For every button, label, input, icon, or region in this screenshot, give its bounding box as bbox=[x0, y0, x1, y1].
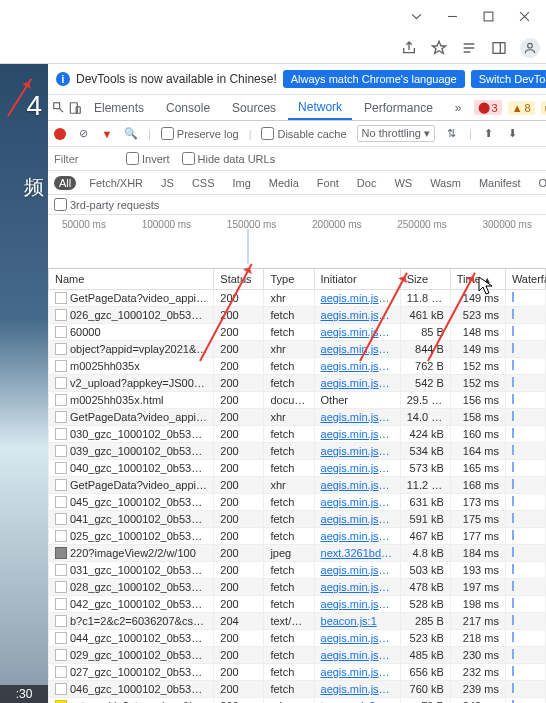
bookmark-star-icon[interactable] bbox=[430, 39, 448, 57]
request-row[interactable]: v2_upload?appkey=JS0081LV3JV6J3200fetcha… bbox=[49, 375, 546, 392]
request-row[interactable]: GetPageData?video_appid=100000...200xhra… bbox=[49, 477, 546, 494]
request-row[interactable]: 030_gzc_1000102_0b53siaaeaaase...200fetc… bbox=[49, 426, 546, 443]
video-badge: 4 bbox=[26, 90, 42, 122]
maximize-button[interactable] bbox=[472, 4, 504, 28]
record-button[interactable] bbox=[54, 128, 66, 140]
network-requests-table: Name Status Type Initiator Size Time▲ Wa… bbox=[48, 269, 546, 703]
request-row[interactable]: 220?imageView2/2/w/100200jpegnext.3261bd… bbox=[49, 545, 546, 562]
tab-sources[interactable]: Sources bbox=[222, 95, 286, 120]
request-row[interactable]: 026_gzc_1000102_0b53siaaeaaasea...200fet… bbox=[49, 307, 546, 324]
close-button[interactable] bbox=[508, 4, 540, 28]
col-name[interactable]: Name bbox=[49, 269, 214, 290]
chevron-down-icon[interactable] bbox=[400, 4, 432, 28]
device-toggle-icon[interactable] bbox=[68, 101, 82, 115]
inspect-element-icon[interactable] bbox=[52, 101, 66, 115]
clear-icon[interactable]: ⊘ bbox=[76, 127, 90, 140]
request-row[interactable]: GetPageData?video_appid=300001...200xhra… bbox=[49, 290, 546, 307]
request-row[interactable]: 045_gzc_1000102_0b53siaaeaaase...200fetc… bbox=[49, 494, 546, 511]
col-time[interactable]: Time▲ bbox=[450, 269, 505, 290]
filter-type-wasm[interactable]: Wasm bbox=[425, 176, 466, 190]
video-time: :30 bbox=[0, 685, 48, 703]
info-icon: i bbox=[56, 72, 70, 86]
col-size[interactable]: Size bbox=[400, 269, 450, 290]
filter-type-fetchxhr[interactable]: Fetch/XHR bbox=[84, 176, 148, 190]
filter-toggle-icon[interactable]: ▼ bbox=[100, 128, 114, 140]
invert-checkbox[interactable]: Invert bbox=[126, 152, 170, 165]
tab-performance[interactable]: Performance bbox=[354, 95, 443, 120]
request-row[interactable]: m0025hh035x.html200documentOther29.5 kB1… bbox=[49, 392, 546, 409]
request-row[interactable]: 029_gzc_1000102_0b53siaaeaaase...200fetc… bbox=[49, 647, 546, 664]
filter-type-img[interactable]: Img bbox=[228, 176, 256, 190]
request-row[interactable]: 027_gzc_1000102_0b53siaaeaaase...200fetc… bbox=[49, 664, 546, 681]
filter-type-js[interactable]: JS bbox=[156, 176, 179, 190]
col-waterfall[interactable]: Waterfall bbox=[505, 269, 545, 290]
filter-type-other[interactable]: Other bbox=[533, 176, 546, 190]
match-language-button[interactable]: Always match Chrome's language bbox=[283, 70, 465, 88]
request-row[interactable]: 028_gzc_1000102_0b53siaaeaaase...200fetc… bbox=[49, 579, 546, 596]
reading-list-icon[interactable] bbox=[460, 39, 478, 57]
request-row[interactable]: 025_gzc_1000102_0b53siaaeaaase...200fetc… bbox=[49, 528, 546, 545]
filter-type-doc[interactable]: Doc bbox=[352, 176, 382, 190]
errors-badge[interactable]: ⬤ 3 bbox=[474, 100, 502, 115]
network-conditions-icon[interactable]: ⇅ bbox=[445, 127, 459, 140]
warnings-badge[interactable]: ▲ 8 bbox=[508, 101, 535, 115]
request-row[interactable]: set_cookie?otype=json&id=&pt=%...200x-ja… bbox=[49, 698, 546, 704]
filter-type-all[interactable]: All bbox=[54, 176, 76, 190]
profile-avatar[interactable] bbox=[520, 38, 540, 58]
network-overview[interactable]: 50000 ms100000 ms150000 ms200000 ms25000… bbox=[48, 215, 546, 269]
request-row[interactable]: 031_gzc_1000102_0b53siaaeaaase...200fetc… bbox=[49, 562, 546, 579]
throttling-select[interactable]: No throttling ▾ bbox=[357, 125, 435, 142]
col-status[interactable]: Status bbox=[214, 269, 264, 290]
export-har-icon[interactable]: ⬇ bbox=[506, 127, 520, 140]
request-row[interactable]: 046_gzc_1000102_0b53siaaeaaase...200fetc… bbox=[49, 681, 546, 698]
col-initiator[interactable]: Initiator bbox=[314, 269, 400, 290]
request-row[interactable]: 60000200fetchaegis.min.js?max ...85 B148… bbox=[49, 324, 546, 341]
svg-rect-3 bbox=[54, 102, 60, 108]
tab-network[interactable]: Network bbox=[288, 95, 352, 120]
minimize-button[interactable] bbox=[436, 4, 468, 28]
request-row[interactable]: 041_gzc_1000102_0b53siaaeaaase...200fetc… bbox=[49, 511, 546, 528]
request-row[interactable]: b?c1=2&c2=6036207&cs_it=b9&c...204text/p… bbox=[49, 613, 546, 630]
tab-elements[interactable]: Elements bbox=[84, 95, 154, 120]
request-row[interactable]: 044_gzc_1000102_0b53siaaeaaase...200fetc… bbox=[49, 630, 546, 647]
svg-point-2 bbox=[528, 43, 533, 48]
share-icon[interactable] bbox=[400, 39, 418, 57]
request-row[interactable]: object?appid=vplay2021&filter=pd...200xh… bbox=[49, 341, 546, 358]
request-row[interactable]: m0025hh035x200fetchaegis.min.js?max ...7… bbox=[49, 358, 546, 375]
info-message: DevTools is now available in Chinese! bbox=[76, 72, 277, 86]
switch-language-button[interactable]: Switch DevTools to Chinese bbox=[471, 70, 546, 88]
filter-type-media[interactable]: Media bbox=[264, 176, 304, 190]
filter-type-font[interactable]: Font bbox=[312, 176, 344, 190]
video-thumbnail: 4 频 :30 bbox=[0, 64, 48, 703]
side-panel-icon[interactable] bbox=[490, 39, 508, 57]
filter-input[interactable] bbox=[54, 153, 114, 165]
request-row[interactable]: 040_gzc_1000102_0b53siaaeaaase...200fetc… bbox=[49, 460, 546, 477]
third-party-checkbox[interactable]: 3rd-party requests bbox=[54, 198, 540, 211]
issues-badge[interactable]: ■ 3 bbox=[541, 101, 546, 115]
request-row[interactable]: 039_gzc_1000102_0b53siaaeaaase...200fetc… bbox=[49, 443, 546, 460]
search-icon[interactable]: 🔍 bbox=[124, 127, 138, 140]
disable-cache-checkbox[interactable]: Disable cache bbox=[261, 127, 346, 140]
svg-rect-1 bbox=[493, 42, 505, 53]
hide-data-urls-checkbox[interactable]: Hide data URLs bbox=[182, 152, 276, 165]
col-type[interactable]: Type bbox=[264, 269, 314, 290]
tab-more[interactable]: » bbox=[445, 95, 472, 120]
filter-type-css[interactable]: CSS bbox=[187, 176, 220, 190]
request-row[interactable]: 042_gzc_1000102_0b53siaaeaaase...200fetc… bbox=[49, 596, 546, 613]
tab-console[interactable]: Console bbox=[156, 95, 220, 120]
filter-type-ws[interactable]: WS bbox=[389, 176, 417, 190]
svg-rect-0 bbox=[484, 12, 493, 21]
preserve-log-checkbox[interactable]: Preserve log bbox=[161, 127, 239, 140]
request-row[interactable]: GetPageData?video_appid=100000...200xhra… bbox=[49, 409, 546, 426]
devtools-info-bar: i DevTools is now available in Chinese! … bbox=[48, 64, 546, 95]
video-cn-text: 频 bbox=[24, 174, 44, 201]
import-har-icon[interactable]: ⬆ bbox=[482, 127, 496, 140]
filter-type-manifest[interactable]: Manifest bbox=[474, 176, 526, 190]
